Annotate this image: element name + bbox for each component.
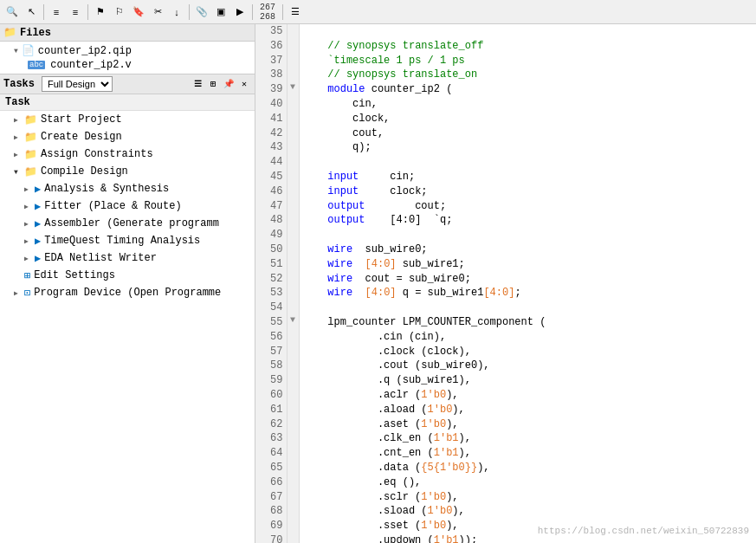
code-content-59: .q (sub_wire1), — [299, 373, 756, 388]
line-gutter-61 — [287, 403, 299, 417]
task-start-project[interactable]: ▶ 📁 Start Project — [0, 111, 255, 128]
arrow-down-button[interactable]: ↓ — [168, 3, 185, 21]
line-gutter-41 — [287, 112, 299, 126]
code-content-68: .sload (1'b0), — [299, 504, 756, 519]
code-row-59: 59 .q (sub_wire1), — [255, 373, 756, 388]
tasks-icon-close[interactable]: ✕ — [237, 77, 251, 91]
line-number-54: 54 — [255, 301, 287, 315]
code-row-35: 35 — [255, 24, 756, 39]
tasks-dropdown[interactable]: Full Design — [42, 76, 113, 92]
task-fitter-label: Fitter (Place & Route) — [44, 200, 181, 212]
code-table: 3536 // synopsys translate_off37 `timesc… — [255, 24, 756, 543]
tasks-icon-grid[interactable]: ⊞ — [206, 77, 220, 91]
line-gutter-60 — [287, 388, 299, 403]
select-all-button[interactable]: ▣ — [212, 3, 229, 21]
tasks-icon-list[interactable]: ☰ — [191, 77, 204, 91]
code-content-64: .cnt_en (1'b1), — [299, 446, 756, 461]
task-fitter[interactable]: ▶ ▶ Fitter (Place & Route) — [0, 197, 255, 215]
code-row-40: 40 cin, — [255, 97, 756, 112]
run-analysis-icon: ▶ — [35, 183, 41, 196]
line-gutter-67 — [287, 490, 299, 505]
task-timequest[interactable]: ▶ ▶ TimeQuest Timing Analysis — [0, 232, 255, 249]
scissors-button[interactable]: ✂ — [149, 3, 166, 21]
line-counter: 267268 — [256, 3, 279, 22]
separator-4 — [252, 4, 253, 20]
settings-icon: ⊞ — [24, 269, 30, 282]
play-button[interactable]: ▶ — [231, 3, 249, 21]
tasks-icon-pin[interactable]: 📌 — [222, 77, 236, 91]
code-content-66: .eq (), — [299, 475, 756, 490]
left-panel: 📁 Files ▼ 📄 counter_ip2.qip abc counter_… — [0, 24, 255, 543]
code-row-45: 45 input cin; — [255, 170, 756, 184]
tasks-panel: Tasks Full Design ☰ ⊞ 📌 ✕ Task ▶ 📁 S — [0, 74, 255, 543]
task-timequest-label: TimeQuest Timing Analysis — [44, 235, 200, 247]
line-number-36: 36 — [255, 39, 287, 54]
task-assembler[interactable]: ▶ ▶ Assembler (Generate programm — [0, 215, 255, 232]
line-number-41: 41 — [255, 112, 287, 126]
indent-left-button[interactable]: ≡ — [48, 3, 65, 21]
task-compile-design[interactable]: ▼ 📁 Compile Design — [0, 163, 255, 180]
bookmark-button[interactable]: 🔖 — [130, 3, 147, 21]
code-content-67: .sclr (1'b0), — [299, 490, 756, 505]
code-content-40: cin, — [299, 97, 756, 112]
code-panel: 3536 // synopsys translate_off37 `timesc… — [255, 24, 756, 543]
task-edit-settings[interactable]: ⊞ Edit Settings — [0, 267, 255, 284]
line-gutter-56 — [287, 330, 299, 345]
separator-5 — [282, 4, 283, 20]
tree-item-v[interactable]: abc counter_ip2.v — [0, 58, 255, 72]
line-number-62: 62 — [255, 417, 287, 432]
line-number-64: 64 — [255, 446, 287, 461]
cursor-button[interactable]: ↖ — [23, 3, 40, 21]
task-assign-constraints[interactable]: ▶ 📁 Assign Constraints — [0, 145, 255, 163]
line-gutter-39[interactable]: ▼ — [287, 82, 299, 97]
task-analysis-synthesis[interactable]: ▶ ▶ Analysis & Synthesis — [0, 180, 255, 197]
flag-button[interactable]: ⚑ — [92, 3, 109, 21]
code-content-63: .clk_en (1'b1), — [299, 431, 756, 446]
separator-1 — [43, 4, 44, 20]
arrow-analysis: ▶ — [24, 185, 31, 193]
indent-right-button[interactable]: ≡ — [67, 3, 84, 21]
line-gutter-44 — [287, 155, 299, 170]
line-number-39: 39 — [255, 82, 287, 97]
task-create-design[interactable]: ▶ 📁 Create Design — [0, 128, 255, 145]
file-tree-content: ▼ 📄 counter_ip2.qip abc counter_ip2.v — [0, 42, 255, 74]
lines-button[interactable]: ☰ — [287, 3, 304, 21]
tasks-header: Tasks Full Design ☰ ⊞ 📌 ✕ — [0, 74, 255, 94]
binoculars-button[interactable]: 🔍 — [3, 3, 21, 21]
line-number-70: 70 — [255, 533, 287, 543]
code-row-41: 41 clock, — [255, 112, 756, 126]
task-program-device[interactable]: ▶ ⊡ Program Device (Open Programme — [0, 284, 255, 301]
line-gutter-38 — [287, 68, 299, 82]
code-area[interactable]: 3536 // synopsys translate_off37 `timesc… — [255, 24, 756, 543]
code-content-49 — [299, 228, 756, 242]
task-eda-netlist[interactable]: ▶ ▶ EDA Netlist Writer — [0, 249, 255, 267]
code-row-39: 39▼ module counter_ip2 ( — [255, 82, 756, 97]
code-content-50: wire sub_wire0; — [299, 242, 756, 257]
arrow-assign: ▶ — [14, 151, 21, 158]
line-gutter-36 — [287, 39, 299, 54]
line-number-51: 51 — [255, 257, 287, 272]
tasks-title: Tasks — [3, 78, 35, 90]
task-compile-label: Compile Design — [41, 165, 128, 178]
run-assembler-icon: ▶ — [35, 217, 41, 230]
run-fitter-icon: ▶ — [35, 200, 41, 213]
run-timequest-icon: ▶ — [35, 235, 41, 248]
line-gutter-37 — [287, 54, 299, 68]
v-label: counter_ip2.v — [50, 59, 132, 71]
line-gutter-40 — [287, 97, 299, 112]
line-number-63: 63 — [255, 431, 287, 446]
code-row-62: 62 .aset (1'b0), — [255, 417, 756, 432]
code-row-68: 68 .sload (1'b0), — [255, 504, 756, 519]
code-content-53: wire [4:0] q = sub_wire1[4:0]; — [299, 286, 756, 301]
code-row-56: 56 .cin (cin), — [255, 330, 756, 345]
line-gutter-55[interactable]: ▼ — [287, 315, 299, 330]
arrow-fitter: ▶ — [24, 203, 31, 210]
attach-button[interactable]: 📎 — [193, 3, 210, 21]
code-row-57: 57 .clock (clock), — [255, 345, 756, 359]
file-tree: 📁 Files ▼ 📄 counter_ip2.qip abc counter_… — [0, 24, 255, 74]
tasks-list[interactable]: ▶ 📁 Start Project ▶ 📁 Create Design ▶ 📁 … — [0, 111, 255, 543]
code-row-44: 44 — [255, 155, 756, 170]
flag-outline-button[interactable]: ⚐ — [111, 3, 128, 21]
tasks-header-icons: ☰ ⊞ 📌 ✕ — [191, 77, 251, 91]
tree-item-qip[interactable]: ▼ 📄 counter_ip2.qip — [0, 43, 255, 58]
